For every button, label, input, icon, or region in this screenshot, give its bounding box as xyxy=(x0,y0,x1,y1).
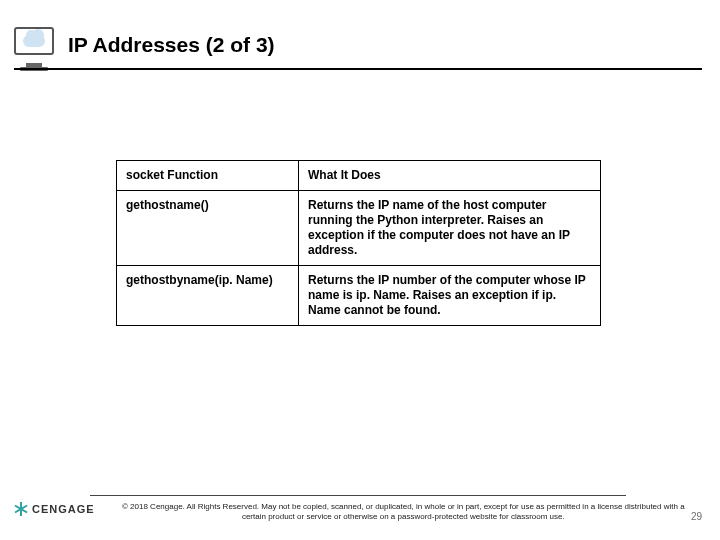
page-number: 29 xyxy=(691,511,702,522)
table-row: gethostname() Returns the IP name of the… xyxy=(117,191,601,266)
cell-function: gethostbyname(ip. Name) xyxy=(117,266,299,326)
brand-logo: CENGAGE xyxy=(14,502,95,516)
col-header-function: socket Function xyxy=(117,161,299,191)
header-divider xyxy=(14,68,702,70)
brand-text: CENGAGE xyxy=(32,503,95,515)
footer-divider xyxy=(90,495,627,496)
socket-functions-table: socket Function What It Does gethostname… xyxy=(116,160,600,326)
cell-function: gethostname() xyxy=(117,191,299,266)
page-title: IP Addresses (2 of 3) xyxy=(68,33,275,57)
snowflake-icon xyxy=(14,502,28,516)
cell-description: Returns the IP name of the host computer… xyxy=(299,191,601,266)
col-header-description: What It Does xyxy=(299,161,601,191)
slide-footer: CENGAGE © 2018 Cengage. All Rights Reser… xyxy=(14,495,702,522)
cloud-monitor-icon xyxy=(14,27,58,63)
table-row: gethostbyname(ip. Name) Returns the IP n… xyxy=(117,266,601,326)
copyright-text: © 2018 Cengage. All Rights Reserved. May… xyxy=(105,502,702,522)
table-header-row: socket Function What It Does xyxy=(117,161,601,191)
slide: IP Addresses (2 of 3) socket Function Wh… xyxy=(0,0,720,540)
slide-header: IP Addresses (2 of 3) xyxy=(14,22,706,68)
cell-description: Returns the IP number of the computer wh… xyxy=(299,266,601,326)
